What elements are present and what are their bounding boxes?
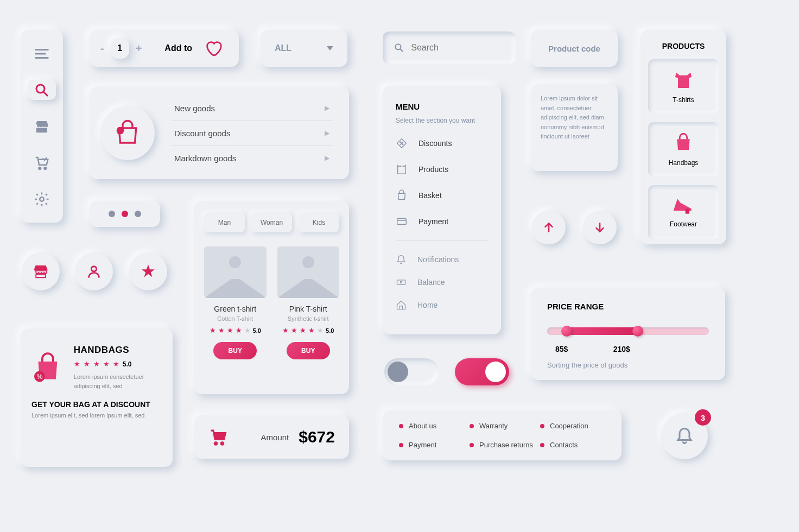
category-tshirts[interactable]: T-shirts <box>648 59 719 113</box>
link-returns[interactable]: Purchase returns <box>470 439 535 451</box>
pagination-dots[interactable] <box>90 201 160 227</box>
qty-minus[interactable]: - <box>100 42 104 55</box>
link-payment[interactable]: Payment <box>399 439 464 451</box>
scroll-up-button[interactable] <box>532 211 566 244</box>
link-cooperation[interactable]: Cooperation <box>540 420 605 432</box>
notification-bell[interactable]: 3 <box>661 413 708 459</box>
dropdown-value: ALL <box>275 43 291 53</box>
svg-point-1 <box>39 167 41 169</box>
dot[interactable] <box>109 211 115 217</box>
menu-home[interactable]: Home <box>396 300 488 311</box>
dot-active[interactable] <box>122 211 128 217</box>
product-rating: ★★★★★5.0 <box>204 326 267 334</box>
quantity-bar: - 1 + Add to <box>90 30 239 67</box>
search-icon <box>394 41 404 54</box>
tab-man[interactable]: Man <box>204 213 245 232</box>
settings-nav-icon[interactable] <box>28 189 56 209</box>
svg-point-17 <box>221 442 224 445</box>
handbag-card: % HANDBAGS ★★★★★ 5.0 Lorem ipsum consect… <box>21 328 173 467</box>
svg-rect-15 <box>686 209 689 214</box>
tab-kids[interactable]: Kids <box>299 213 339 232</box>
category-footwear[interactable]: Footwear <box>648 185 719 239</box>
product-rating: ★★★★★5.0 <box>277 326 340 334</box>
qty-plus[interactable]: + <box>136 42 142 55</box>
store-nav-icon[interactable] <box>28 116 56 136</box>
goods-row-markdown[interactable]: Markdown goods▶ <box>171 146 333 170</box>
link-contacts[interactable]: Contacts <box>540 439 605 451</box>
dot[interactable] <box>135 211 141 217</box>
handbag-cta: GET YOUR BAG AT A DISCOUNT <box>31 400 162 409</box>
menu-basket[interactable]: Basket <box>396 189 488 201</box>
products-column: PRODUCTS T-shirts Handbags Footwear <box>641 30 726 244</box>
menu-products[interactable]: Products <box>396 163 488 175</box>
category-dropdown[interactable]: ALL <box>261 30 347 67</box>
user-button[interactable] <box>75 252 113 290</box>
cart-icon <box>208 427 228 447</box>
svg-point-11 <box>402 144 403 145</box>
svg-point-14 <box>400 281 402 283</box>
svg-point-3 <box>40 197 44 201</box>
price-slider[interactable] <box>547 327 709 335</box>
handbag-title: HANDBAGS <box>74 345 162 356</box>
product-image-placeholder <box>277 246 340 298</box>
buy-button[interactable]: BUY <box>213 342 257 359</box>
cart-nav-icon[interactable] <box>28 153 56 173</box>
tab-woman[interactable]: Woman <box>251 213 292 232</box>
menu-payment[interactable]: Payment <box>396 216 488 227</box>
category-handbags[interactable]: Handbags <box>648 122 719 176</box>
search-input[interactable] <box>411 43 505 53</box>
slider-knob-high[interactable] <box>632 326 643 337</box>
menu-icon[interactable] <box>28 43 56 64</box>
svg-point-2 <box>44 167 46 169</box>
chevron-right-icon: ▶ <box>325 129 329 137</box>
slider-knob-low[interactable] <box>561 326 572 337</box>
scroll-down-button[interactable] <box>583 211 617 244</box>
svg-text:%: % <box>118 129 122 134</box>
menu-discounts[interactable]: Discounts <box>396 137 488 149</box>
link-about[interactable]: About us <box>399 420 464 432</box>
product-card: Green t-shirt Cotton T-shirt ★★★★★5.0 BU… <box>204 246 267 359</box>
buy-button[interactable]: BUY <box>287 342 330 359</box>
goods-row-discount[interactable]: Discount goods▶ <box>171 121 333 146</box>
add-to-label: Add to <box>164 43 192 53</box>
menu-balance[interactable]: Balance <box>396 277 488 288</box>
footer-links: About us Warranty Cooperation Payment Pu… <box>383 410 622 460</box>
amount-card: Amount $672 <box>194 415 349 459</box>
star-button[interactable] <box>129 252 167 290</box>
toggle-off[interactable] <box>384 358 439 385</box>
menu-notifications[interactable]: Notifications <box>396 254 488 265</box>
goods-panel: % New goods▶ Discount goods▶ Markdown go… <box>90 87 349 179</box>
goods-row-new[interactable]: New goods▶ <box>171 96 333 121</box>
svg-text:%: % <box>36 373 42 381</box>
qty-value: 1 <box>111 38 129 59</box>
svg-point-7 <box>91 267 96 271</box>
sidebar <box>21 30 63 223</box>
handbag-rating: ★★★★★ 5.0 <box>74 360 162 368</box>
goods-icon: % <box>100 106 155 160</box>
notification-badge: 3 <box>695 409 711 426</box>
svg-rect-13 <box>397 280 405 284</box>
heart-icon[interactable] <box>204 39 223 58</box>
price-range-card: PRICE RANGE 85$ 210$ Sorting the price o… <box>531 288 725 380</box>
svg-rect-12 <box>397 219 407 225</box>
toggle-on[interactable] <box>455 358 509 385</box>
search-nav-icon[interactable] <box>28 80 56 100</box>
product-grid: Man Woman Kids Green t-shirt Cotton T-sh… <box>194 201 349 394</box>
svg-point-10 <box>400 142 401 143</box>
store-button[interactable] <box>22 252 60 290</box>
link-warranty[interactable]: Warranty <box>470 420 535 432</box>
chevron-right-icon: ▶ <box>325 154 329 162</box>
chevron-down-icon <box>327 46 333 50</box>
svg-point-16 <box>214 442 217 445</box>
search-box <box>383 31 516 64</box>
menu-card: MENU Select the section you want Discoun… <box>383 86 501 334</box>
info-card: Lorem ipsum dolor sit amet, consectetuer… <box>531 84 618 171</box>
handbag-icon: % <box>31 345 64 389</box>
product-code-button[interactable]: Product code <box>531 30 618 67</box>
product-card: Pink T-shirt Synthetic t-shirt ★★★★★5.0 … <box>277 246 340 359</box>
product-image-placeholder <box>204 246 267 298</box>
chevron-right-icon: ▶ <box>325 104 329 112</box>
